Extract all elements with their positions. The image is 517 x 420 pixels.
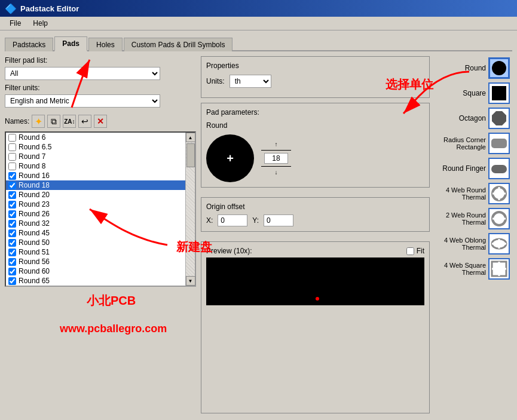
- origin-x-input[interactable]: [218, 214, 247, 226]
- content-area: Filter pad list: All Filter units: Engli…: [5, 56, 512, 413]
- pad-list-item[interactable]: Round 6.5: [6, 142, 185, 152]
- pad-list-checkbox[interactable]: [8, 143, 16, 151]
- pad-list-item-label: Round 51: [19, 248, 50, 256]
- pad-list-item[interactable]: Round 45: [6, 228, 185, 238]
- scroll-thumb[interactable]: [186, 143, 195, 167]
- scroll-track[interactable]: [186, 142, 195, 276]
- pad-list-checkbox[interactable]: [8, 220, 16, 228]
- left-panel: Filter pad list: All Filter units: Engli…: [5, 56, 196, 413]
- pad-list-item-label: Round 23: [19, 200, 50, 209]
- scroll-up-button[interactable]: ▲: [186, 133, 195, 142]
- pad-list-item[interactable]: Round 50: [6, 238, 185, 247]
- origin-y-input[interactable]: [264, 214, 293, 226]
- units-select[interactable]: th mm in: [230, 75, 271, 88]
- copy-pad-button[interactable]: ⧉: [47, 115, 60, 128]
- 4wrt-icon: [491, 185, 507, 202]
- shape-label-round: Round: [437, 64, 486, 72]
- shape-item-4wot[interactable]: 4 Web Oblong Thermal: [435, 232, 512, 256]
- menu-file[interactable]: File: [5, 18, 26, 29]
- shape-preview-rfinger[interactable]: [488, 158, 510, 179]
- preview-header: Preview (10x): Fit: [206, 247, 424, 255]
- pad-list-checkbox[interactable]: [8, 172, 16, 180]
- pad-list-item[interactable]: Round 32: [6, 219, 185, 228]
- shape-item-round[interactable]: Round: [435, 56, 512, 80]
- shape-item-4wrt[interactable]: 4 Web Round Thermal: [435, 182, 512, 206]
- pad-list-item[interactable]: Round 26: [6, 209, 185, 219]
- filter-units-label: Filter units:: [5, 84, 196, 92]
- pad-list-item[interactable]: Round 20: [6, 190, 185, 200]
- pad-list-checkbox[interactable]: [8, 191, 16, 199]
- shape-item-square[interactable]: Square: [435, 81, 512, 105]
- pad-list-item[interactable]: Round 7: [6, 152, 185, 161]
- shape-preview-4wot[interactable]: [488, 233, 510, 255]
- preview-dot: [316, 297, 319, 301]
- names-label: Names:: [5, 117, 29, 125]
- pad-list-checkbox[interactable]: [8, 134, 16, 142]
- scroll-down-button[interactable]: ▼: [186, 276, 195, 286]
- shape-item-2wrt[interactable]: 2 Web Round Thermal: [435, 207, 512, 231]
- shape-item-4wst[interactable]: 4 Web Square Thermal: [435, 257, 512, 281]
- pad-list-checkbox[interactable]: [8, 268, 16, 275]
- shape-item-octagon[interactable]: Octagon: [435, 106, 512, 130]
- svg-rect-1: [492, 86, 506, 100]
- shape-preview-octagon[interactable]: [488, 108, 510, 129]
- pad-list-checkbox[interactable]: [8, 277, 16, 285]
- tab-padstacks[interactable]: Padstacks: [5, 38, 53, 51]
- pad-list-item[interactable]: Round 51: [6, 247, 185, 257]
- pad-list-item-label: Round 16: [19, 171, 50, 180]
- pad-list-checkbox[interactable]: [8, 210, 16, 218]
- shape-item-rfinger[interactable]: Round Finger: [435, 157, 512, 180]
- pad-params-group: Pad parameters: Round + ↑ ↓: [201, 103, 430, 188]
- pad-list-item-label: Round 32: [19, 219, 50, 228]
- shape-item-rcr[interactable]: Radius Corner Rectangle: [435, 131, 512, 155]
- pad-list-item-label: Round 6.5: [19, 143, 51, 151]
- fit-label: Fit: [417, 247, 424, 255]
- pad-list-item[interactable]: Round 6: [6, 133, 185, 142]
- pad-list-item-label: Round 56: [19, 257, 50, 266]
- sort-button[interactable]: ZA↕: [63, 115, 76, 128]
- pad-list-checkbox[interactable]: [8, 249, 16, 256]
- pad-list-checkbox[interactable]: [8, 153, 16, 161]
- pad-list-checkbox[interactable]: [8, 182, 16, 189]
- origin-y-label: Y:: [252, 216, 259, 225]
- pad-list-item[interactable]: Round 18: [6, 180, 185, 190]
- size-value-input[interactable]: [264, 153, 288, 164]
- shape-preview-rcr[interactable]: [488, 133, 510, 154]
- shape-label-square: Square: [437, 89, 486, 97]
- pad-list-item[interactable]: Round 65: [6, 276, 185, 286]
- pad-list-item[interactable]: Round 8: [6, 161, 185, 171]
- pad-list-checkbox[interactable]: [8, 163, 16, 170]
- pad-list-checkbox[interactable]: [8, 258, 16, 266]
- tab-custom-pads[interactable]: Custom Pads & Drill Symbols: [124, 38, 233, 51]
- pad-list-item[interactable]: Round 23: [6, 200, 185, 209]
- pad-list-checkbox[interactable]: [8, 229, 16, 237]
- pad-shape-preview: +: [206, 134, 254, 182]
- tab-holes[interactable]: Holes: [88, 38, 123, 51]
- pad-list-item[interactable]: Round 16: [6, 171, 185, 180]
- shape-preview-4wrt[interactable]: [488, 183, 510, 204]
- filter-pad-select[interactable]: All: [5, 67, 160, 80]
- pad-list-item[interactable]: Round 56: [6, 257, 185, 266]
- scrollbar[interactable]: ▲ ▼: [185, 133, 195, 286]
- delete-button[interactable]: ✕: [94, 115, 107, 128]
- menu-help[interactable]: Help: [28, 18, 53, 29]
- pad-list-item[interactable]: Round 60: [6, 266, 185, 276]
- tab-pads[interactable]: Pads: [54, 36, 87, 51]
- fit-checkbox[interactable]: [406, 247, 414, 255]
- new-pad-button[interactable]: ✦: [32, 115, 45, 128]
- units-row: Units: th mm in: [206, 75, 424, 88]
- menu-bar: File Help: [0, 17, 517, 30]
- pad-list-checkbox[interactable]: [8, 201, 16, 209]
- shape-preview-square[interactable]: [488, 82, 510, 104]
- shape-preview-4wst[interactable]: [488, 258, 510, 280]
- pad-list-item-label: Round 45: [19, 229, 50, 237]
- shape-label-rfinger: Round Finger: [437, 164, 486, 173]
- undo-button[interactable]: ↩: [78, 115, 91, 128]
- shape-preview-2wrt[interactable]: [488, 208, 510, 229]
- preview-canvas: [206, 257, 424, 305]
- 4wst-icon: [491, 260, 507, 277]
- pad-list-item-label: Round 26: [19, 210, 50, 218]
- pad-list-checkbox[interactable]: [8, 239, 16, 247]
- shape-preview-round[interactable]: [488, 57, 510, 79]
- filter-units-select[interactable]: English and Metric English Metric: [5, 94, 160, 108]
